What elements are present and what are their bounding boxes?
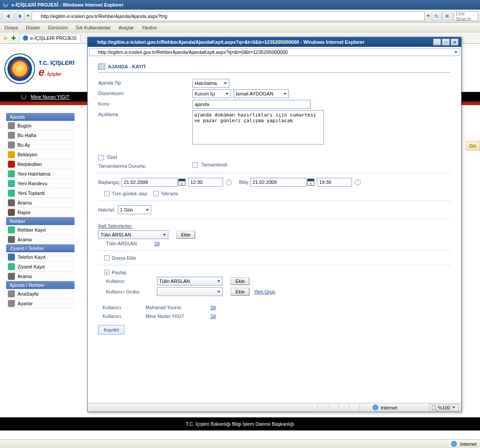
sidebar-item[interactable]: Bugün <box>6 121 75 131</box>
sidebar-item[interactable]: Arama <box>6 272 75 281</box>
calendar-icon[interactable] <box>307 179 314 186</box>
input-bit-time[interactable] <box>317 178 352 187</box>
chevron-down-icon[interactable] <box>454 51 458 53</box>
label-hatirlat: Hatırlat: <box>98 207 115 212</box>
calendar-icon[interactable] <box>178 179 185 186</box>
refresh-button[interactable]: ↻ <box>432 11 441 21</box>
sidebar-item-label: Rapor <box>18 210 31 215</box>
select-hatirlat[interactable]: 1 Gün <box>118 205 151 214</box>
ministry-name: T.C. İÇİŞLERİ <box>39 60 75 66</box>
favorites-star-icon[interactable]: ★ <box>3 35 8 42</box>
input-bas-time[interactable] <box>188 178 223 187</box>
shared-user-row: KullanıcıMuhanad YounisSil <box>98 303 451 312</box>
checkbox-tum-gunluk[interactable] <box>104 191 110 196</box>
address-bar[interactable]: http://egitim.e-icisleri.gov.tr/RehberAj… <box>32 11 425 21</box>
username-link[interactable]: Mine Nuran YIGIT <box>31 94 69 99</box>
ekle-kullanici-button[interactable]: Ekle <box>231 277 249 285</box>
checkbox-paylas[interactable] <box>104 270 110 275</box>
popup-window: http://egitim.e-icisleri.gov.tr/RehberAj… <box>87 37 462 412</box>
sidebar-item[interactable]: Ayarlar <box>6 299 75 308</box>
search-box[interactable]: Live Search <box>454 11 478 21</box>
url-dropdown-icon[interactable] <box>427 15 430 17</box>
textarea-aciklama[interactable]: ajanda doküman hazırlıkları için cumarte… <box>192 110 324 145</box>
checkbox-dosya-ekle[interactable] <box>104 255 110 261</box>
close-button[interactable]: ✕ <box>451 39 459 46</box>
sil-shared-link[interactable]: Sil <box>210 314 216 319</box>
arrow-right-icon <box>19 14 22 18</box>
sidebar-item[interactable]: Telefon Kayıt <box>6 252 75 262</box>
sidebar-item[interactable]: Ziyaret Kayıt <box>6 262 75 272</box>
chevron-down-icon[interactable] <box>26 15 30 17</box>
sil-sekreter-link[interactable]: Sil <box>154 241 160 246</box>
menu-sik[interactable]: Sık Kullanılanlar <box>76 25 111 30</box>
sidebar-item[interactable]: Yeni Hatırlatma <box>6 169 75 179</box>
add-favorite-icon[interactable]: ✚ <box>11 35 16 42</box>
stop-icon: ✕ <box>445 13 449 19</box>
maximize-button[interactable]: □ <box>442 39 450 46</box>
footer-text: T.C. İçişleri Bakanlığı Bilgi İşlem Dair… <box>186 421 295 427</box>
sidebar-item[interactable]: Reddedilen <box>6 159 75 169</box>
sidebar-item[interactable]: Bekleyen <box>6 150 75 159</box>
sidebar-item[interactable]: Yeni Toplanti <box>6 188 75 198</box>
sidebar-item[interactable]: Bu Ay <box>6 140 75 150</box>
select-sekreter[interactable]: Tülin ARSLAN <box>98 230 168 239</box>
menu-araclar[interactable]: Araçlar <box>118 25 134 30</box>
checkbox-ozel[interactable] <box>98 155 103 160</box>
menu-dosya[interactable]: Dosya <box>4 25 18 30</box>
sidebar-section: Ziyaret / Telefon <box>6 244 75 252</box>
checkbox-tekrarla[interactable] <box>153 191 159 196</box>
clock-icon[interactable] <box>226 179 232 185</box>
sidebar-item[interactable]: Arama <box>6 198 75 208</box>
input-bit-date[interactable] <box>250 178 306 187</box>
nav-toolbar: http://egitim.e-icisleri.gov.tr/RehberAj… <box>0 10 480 23</box>
sidebar-item-label: Arama <box>18 274 32 279</box>
menu-yardim[interactable]: Yardım <box>142 25 157 30</box>
search-placeholder: Live Search <box>456 11 476 21</box>
sidebar-item[interactable]: Rapor <box>6 208 75 217</box>
menu-duzen[interactable]: Düzen <box>26 25 40 30</box>
sidebar-item-icon <box>8 190 15 197</box>
select-kullanici[interactable]: Tülin ARSLAN <box>157 277 223 286</box>
sidebar-section: Ajanda / Rehber <box>6 281 75 289</box>
hatirlat-value: 1 Gün <box>120 207 133 212</box>
select-ajanda-tip[interactable]: Hatırlatma <box>192 79 229 88</box>
sil-shared-link[interactable]: Sil <box>210 305 216 310</box>
sidebar-item-icon <box>8 226 15 233</box>
menu-gorunum[interactable]: Görünüm <box>48 25 68 30</box>
browser-tab[interactable]: e-İÇİŞLERİ PROJESİ <box>19 34 81 42</box>
label-duzenleyen: Düzenleyen <box>98 89 192 96</box>
ekle-grup-button[interactable]: Ekle <box>231 288 249 296</box>
ministry-seal-icon <box>4 53 35 84</box>
select-kullanici-grubu[interactable] <box>157 287 223 296</box>
ekle-sekreter-button[interactable]: Ekle <box>176 231 195 239</box>
sidebar-item[interactable]: Bu Hafta <box>6 131 75 140</box>
kullanici-value: Tülin ARSLAN <box>159 279 190 284</box>
zoom-control[interactable]: %100 <box>429 404 459 411</box>
sidebar-item[interactable]: AnaSayfa <box>6 289 75 299</box>
checkbox-tamamlandi[interactable] <box>192 162 198 168</box>
stop-button[interactable]: ✕ <box>442 11 452 21</box>
right-badge: Gü <box>466 141 480 151</box>
refresh-icon: ↻ <box>434 13 439 19</box>
input-bas-date[interactable] <box>121 178 178 187</box>
sidebar-item[interactable]: Arama <box>6 235 75 244</box>
main-window-title: e-İÇİŞLERİ PROJESİ - Windows Internet Ex… <box>11 2 124 7</box>
sidebar-item[interactable]: Rehber Kayıt <box>6 225 75 235</box>
clock-icon[interactable] <box>355 179 361 185</box>
status-internet: Internet <box>460 441 476 447</box>
sidebar-item[interactable]: Yeni Randevu <box>6 179 75 188</box>
yeni-grup-link[interactable]: Yeni Grup <box>254 289 275 294</box>
sidebar-item-icon <box>8 170 15 177</box>
select-duzenleyen-scope[interactable]: Kurum İçi <box>192 89 231 98</box>
sidebar-section: Rehber <box>6 217 75 225</box>
input-konu[interactable] <box>192 100 311 109</box>
forward-button[interactable] <box>16 11 25 21</box>
minimize-button[interactable]: _ <box>433 39 441 46</box>
back-button[interactable] <box>2 11 14 21</box>
label-tamamlanma: Tamamlanma Durumu <box>98 162 192 169</box>
main-window-titlebar: e-İÇİŞLERİ PROJESİ - Windows Internet Ex… <box>0 0 480 10</box>
kaydet-button[interactable]: Kaydet <box>98 325 124 335</box>
popup-address-bar[interactable]: http://egitim.e-icisleri.gov.tr/RehberAj… <box>89 48 460 56</box>
brand-rest: - İçişler <box>44 71 61 77</box>
select-duzenleyen-kisi[interactable]: İsmail AYDOGAN <box>234 89 289 98</box>
